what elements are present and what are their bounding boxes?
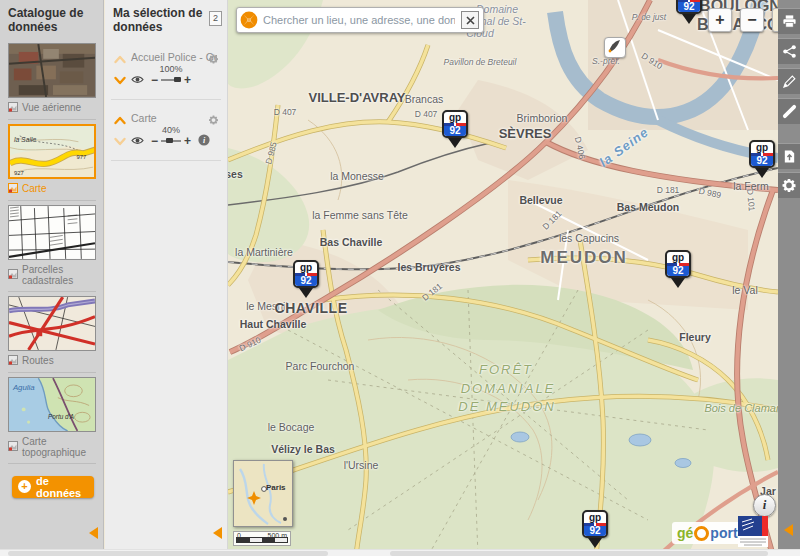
marker-shield: gp92 [676,0,702,14]
layer-info-icon[interactable]: i [198,132,210,150]
collapse-toolbar-arrow[interactable] [784,524,793,536]
svg-text:977: 977 [76,154,86,160]
map-label: Brancas [405,93,444,105]
department-number: 92 [444,126,466,136]
collapse-selection-arrow[interactable] [213,527,222,539]
layer-type-icon [8,102,18,114]
map-label: Bois de Clamar [704,402,778,414]
police-marker-92[interactable]: gp92 [293,260,319,298]
move-layer-down-icon[interactable] [113,133,127,144]
search-bar[interactable] [236,7,484,33]
layer-reorder-controls [113,112,129,150]
opacity-decrease-button[interactable]: − [151,136,158,146]
map-canvas[interactable]: + − Paris 0 500 m [228,0,778,556]
opacity-handle[interactable] [174,77,181,82]
opacity-increase-button[interactable]: + [184,136,191,146]
layer-settings-gear-icon[interactable] [208,112,219,130]
layer-type-icon [8,183,18,195]
layer-visibility-eye-icon[interactable] [131,132,144,150]
catalogue-item-aerial: Vue aérienne [8,43,96,120]
marker-pointer [588,538,602,548]
add-data-button[interactable]: + de données [12,476,94,498]
import-button[interactable] [778,143,800,169]
layer-name: Accueil Police - Ge... [131,51,217,63]
scale-segments [236,537,288,543]
layer-main: Accueil Police - Ge...−+100% [131,51,219,89]
police-marker-92[interactable]: gp92 [749,140,775,178]
layer-type-icon [8,269,18,281]
layer-controls-row: −+100% [131,71,219,89]
opacity-track[interactable] [161,79,181,81]
info-button[interactable]: i [753,494,776,517]
printer-icon [782,14,797,29]
share-button[interactable] [778,38,800,64]
scrollbar-thumb-right[interactable] [390,551,768,556]
layer-count-badge: 2 [209,11,222,26]
prefecture-police-logo: gp [444,112,466,123]
marker-pointer [682,14,696,24]
prefecture-police-logo: gp [751,142,773,153]
police-marker-92[interactable]: gp92 [676,0,702,24]
opacity-track[interactable] [161,140,181,142]
orientation-widget[interactable] [604,37,626,58]
hand-icon [776,9,778,25]
print-button[interactable] [778,8,800,34]
opacity-increase-button[interactable]: + [184,75,191,85]
catalogue-title: Catalogue de données [0,0,103,39]
police-marker-92[interactable]: gp92 [665,250,691,288]
catalogue-thumb-routes[interactable] [8,296,96,351]
catalogue-item-label[interactable]: Routes [8,355,96,367]
catalogue-item-cadastre: Parcelles cadastrales [8,205,96,292]
move-layer-up-icon[interactable] [113,51,127,62]
opacity-decrease-button[interactable]: − [151,75,158,85]
zoom-out-button[interactable]: − [740,8,764,32]
catalogue-thumb-topo[interactable]: AguliaPortu d'A [8,377,96,432]
catalogue-thumb-cadastre[interactable] [8,205,96,260]
catalogue-item-carte: la Salle977927Carte [8,124,96,201]
geoportail-compass-icon [240,11,258,29]
layer-settings-gear-icon[interactable] [208,51,219,69]
divider [8,200,96,201]
marker-shield: gp92 [582,510,608,538]
map-label: MEUDON [540,248,628,268]
catalogue-item-label[interactable]: Carte topographique [8,436,96,458]
ministry-logo [738,516,768,547]
layer-reorder-controls [113,51,129,89]
catalogue-thumb-aerial[interactable] [8,43,96,98]
scrollbar-thumb-left[interactable] [8,551,328,556]
layer-controls-row: −+40%i [131,132,219,150]
divider [8,372,96,373]
map-label: SÈVRES [499,126,552,141]
gear-icon [781,178,797,194]
search-clear-button[interactable] [461,11,479,29]
move-layer-down-icon[interactable] [113,72,127,83]
plus-icon: + [18,480,31,493]
catalogue-item-label[interactable]: Carte [8,183,96,195]
overview-minimap[interactable]: Paris [233,460,293,527]
layer-main: Carte−+40%i [131,112,219,150]
map-label: VILLE-D'AVRAY [309,90,406,105]
minimap-content [234,461,292,526]
police-marker-92[interactable]: gp92 [442,110,468,148]
department-number: 92 [678,2,700,12]
draw-button[interactable] [778,68,800,94]
zoom-in-button[interactable]: + [708,8,732,32]
police-marker-92[interactable]: gp92 [582,510,608,548]
catalogue-thumb-carte[interactable]: la Salle977927 [8,124,96,179]
collapse-catalogue-arrow[interactable] [89,527,98,539]
catalogue-item-text: Routes [22,355,54,366]
move-layer-up-icon[interactable] [113,112,127,123]
layer-visibility-eye-icon[interactable] [131,71,144,89]
geoportail-logo-o-icon [694,526,709,541]
catalogue-item-label[interactable]: Parcelles cadastrales [8,264,96,286]
search-input[interactable] [261,13,457,27]
settings-button[interactable] [778,172,800,198]
catalogue-item-label[interactable]: Vue aérienne [8,102,96,114]
map-label: Bas Chaville [320,236,382,248]
prefecture-police-logo: gp [667,252,689,263]
map-label: Parc Fourchon [286,360,355,372]
pan-mode-button[interactable] [772,8,778,32]
layer-type-icon [8,441,18,453]
measure-button[interactable] [778,98,800,124]
opacity-handle[interactable] [166,138,173,143]
